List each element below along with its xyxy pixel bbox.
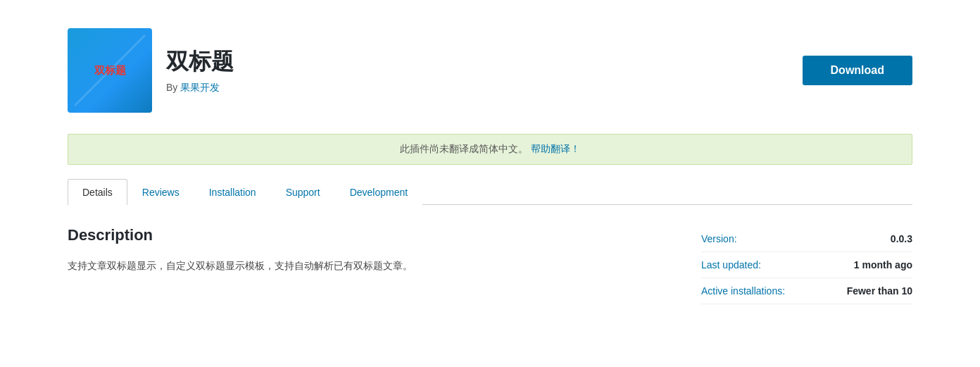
tab-installation[interactable]: Installation xyxy=(194,179,271,205)
download-button[interactable]: Download xyxy=(803,56,912,85)
notice-link[interactable]: 帮助翻译！ xyxy=(531,143,580,154)
description-title: Description xyxy=(68,226,659,244)
last-updated-value: 1 month ago xyxy=(854,259,912,270)
notice-banner: 此插件尚未翻译成简体中文。 帮助翻译！ xyxy=(68,134,912,165)
meta-row-version: Version: 0.0.3 xyxy=(701,226,912,252)
plugin-icon: 双标题 xyxy=(68,28,152,113)
tabs-nav: Details Reviews Installation Support Dev… xyxy=(68,179,912,205)
notice-message: 此插件尚未翻译成简体中文。 xyxy=(400,143,528,154)
plugin-header-left: 双标题 双标题 By 果果开发 xyxy=(68,28,234,113)
tab-details[interactable]: Details xyxy=(68,179,127,205)
version-label: Version: xyxy=(701,233,737,244)
content-sidebar: Version: 0.0.3 Last updated: 1 month ago… xyxy=(701,226,912,304)
plugin-icon-red-text: 双标题 xyxy=(94,64,126,76)
version-value: 0.0.3 xyxy=(891,233,912,244)
content-main: Description 支持文章双标题显示，自定义双标题显示模板，支持自动解析已… xyxy=(68,226,659,304)
description-text: 支持文章双标题显示，自定义双标题显示模板，支持自动解析已有双标题文章。 xyxy=(68,257,659,275)
plugin-by: By 果果开发 xyxy=(166,82,234,94)
plugin-header: 双标题 双标题 By 果果开发 Download xyxy=(68,14,912,134)
last-updated-label: Last updated: xyxy=(701,259,761,270)
meta-row-last-updated: Last updated: 1 month ago xyxy=(701,252,912,278)
meta-table: Version: 0.0.3 Last updated: 1 month ago… xyxy=(701,226,912,304)
content-area: Description 支持文章双标题显示，自定义双标题显示模板，支持自动解析已… xyxy=(68,226,912,304)
tab-reviews[interactable]: Reviews xyxy=(127,179,194,205)
tab-support[interactable]: Support xyxy=(271,179,335,205)
author-link[interactable]: 果果开发 xyxy=(180,82,220,93)
plugin-name: 双标题 xyxy=(166,46,234,77)
by-label: By xyxy=(166,82,177,93)
meta-row-active-installations: Active installations: Fewer than 10 xyxy=(701,278,912,304)
plugin-icon-inner: 双标题 xyxy=(94,63,126,77)
plugin-title-block: 双标题 By 果果开发 xyxy=(166,46,234,94)
active-installations-label: Active installations: xyxy=(701,285,785,297)
tab-development[interactable]: Development xyxy=(335,179,423,205)
page-wrapper: 双标题 双标题 By 果果开发 Download 此插件尚未翻译成简体中文。 帮… xyxy=(46,0,934,318)
active-installations-value: Fewer than 10 xyxy=(847,285,912,297)
